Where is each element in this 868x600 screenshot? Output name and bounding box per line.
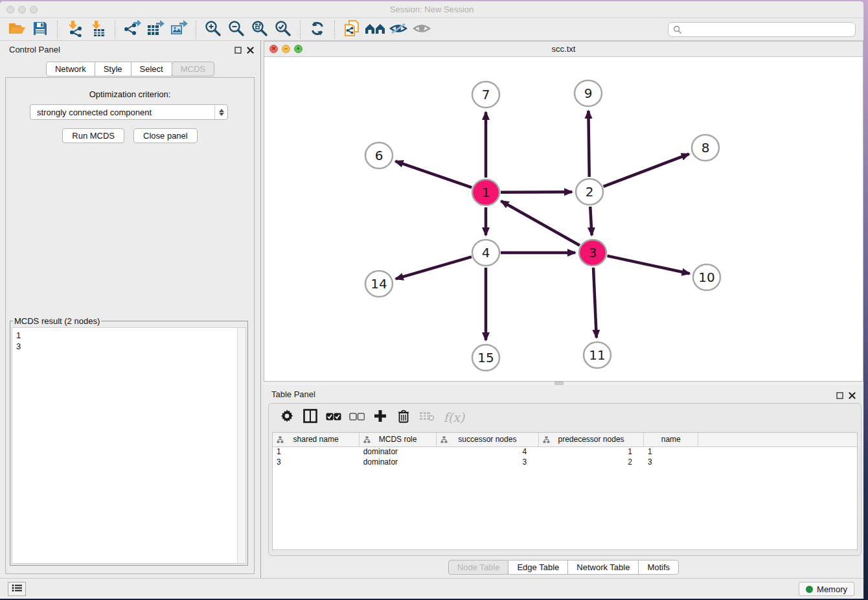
tab-network-table[interactable]: Network Table — [567, 560, 639, 575]
tab-network[interactable]: Network — [46, 62, 95, 76]
task-history-button[interactable] — [8, 582, 26, 596]
first-neighbors-button[interactable] — [363, 20, 387, 40]
window-titlebar[interactable]: Session: New Session — [0, 1, 863, 18]
toggle-column-pane-button[interactable] — [301, 408, 319, 426]
graph-node-8[interactable]: 8 — [692, 135, 719, 161]
float-table-panel-icon[interactable] — [836, 390, 843, 402]
graph-edge-2-9[interactable] — [588, 111, 589, 177]
open-session-button[interactable] — [5, 20, 29, 40]
graph-edge-1-6[interactable] — [396, 161, 472, 188]
import-table-button[interactable] — [86, 20, 109, 40]
graph-node-1[interactable]: 1 — [472, 179, 499, 205]
graph-node-2[interactable]: 2 — [576, 179, 603, 205]
cell-predecessor-nodes[interactable]: 1 — [538, 446, 644, 457]
search-input[interactable] — [668, 22, 856, 37]
export-table-button[interactable] — [144, 20, 167, 40]
cell-mcds-role[interactable]: dominator — [360, 457, 437, 467]
graph-node-label: 4 — [482, 245, 490, 260]
result-scrollbar[interactable] — [237, 328, 246, 563]
mcds-result-list[interactable]: 1 3 — [12, 327, 246, 564]
import-network-button[interactable] — [63, 20, 86, 40]
close-panel-button[interactable]: Close panel — [133, 128, 198, 143]
show-all-button[interactable] — [410, 20, 433, 40]
graph-node-label: 6 — [375, 148, 383, 163]
table-row[interactable]: 1 dominator 4 1 1 — [273, 446, 857, 457]
two-houses-icon — [365, 21, 385, 39]
delete-column-button[interactable] — [394, 408, 413, 426]
cell-shared-name[interactable]: 1 — [273, 446, 360, 457]
zoom-fit-button[interactable] — [248, 20, 271, 40]
cell-successor-nodes[interactable]: 3 — [437, 457, 539, 467]
column-header-predecessor-nodes[interactable]: predecessor nodes — [538, 433, 644, 446]
graph-node-10[interactable]: 10 — [693, 264, 720, 290]
clone-network-button[interactable] — [340, 20, 363, 40]
cell-name[interactable]: 3 — [644, 457, 698, 467]
toolbar-separator — [300, 21, 301, 39]
run-mcds-button[interactable]: Run MCDS — [62, 128, 124, 143]
table-container: f(x) shared name MCDS role successor nod… — [268, 403, 862, 556]
graph-edge-3-11[interactable] — [593, 268, 597, 338]
graph-node-label: 11 — [589, 347, 605, 363]
graph-node-6[interactable]: 6 — [365, 143, 393, 168]
close-panel-icon[interactable] — [247, 45, 254, 56]
export-table-icon — [146, 20, 165, 40]
checked-boxes-icon — [326, 411, 341, 423]
criterion-select[interactable]: strongly connected component — [30, 104, 228, 120]
tab-node-table[interactable]: Node Table — [448, 560, 509, 575]
graph-edge-1-2[interactable] — [501, 192, 572, 192]
graph-node-3[interactable]: 3 — [579, 240, 606, 266]
cell-name[interactable]: 1 — [644, 446, 698, 457]
save-session-button[interactable] — [29, 20, 52, 40]
graph-edge-2-3[interactable] — [590, 207, 591, 235]
zoom-selected-button[interactable] — [271, 20, 295, 40]
cell-shared-name[interactable]: 3 — [273, 457, 360, 467]
export-image-button[interactable] — [167, 20, 190, 40]
apply-layout-button[interactable] — [306, 20, 329, 40]
column-header-shared-name[interactable]: shared name — [273, 433, 360, 446]
toolbar-separator — [115, 21, 115, 39]
export-network-button[interactable] — [120, 20, 144, 40]
column-header-name[interactable]: name — [644, 433, 698, 446]
close-table-panel-icon[interactable] — [849, 390, 856, 402]
float-panel-icon[interactable] — [234, 45, 242, 56]
graph-node-4[interactable]: 4 — [472, 240, 499, 266]
delete-table-button[interactable] — [418, 408, 436, 426]
graph-node-7[interactable]: 7 — [472, 82, 499, 108]
create-column-button[interactable] — [371, 408, 389, 426]
graph-node-15[interactable]: 15 — [472, 345, 499, 371]
cell-predecessor-nodes[interactable]: 2 — [538, 457, 644, 467]
deselect-all-columns-button[interactable] — [348, 408, 366, 426]
cell-mcds-role[interactable]: dominator — [360, 446, 437, 457]
tab-edge-table[interactable]: Edge Table — [508, 560, 568, 575]
zoom-in-button[interactable] — [201, 20, 225, 40]
status-bar: Memory — [0, 578, 863, 599]
memory-button[interactable]: Memory — [799, 582, 854, 596]
criterion-label: Optimization criterion: — [6, 89, 254, 99]
table-settings-button[interactable] — [278, 408, 296, 426]
network-view-titlebar[interactable]: ✕ − + scc.txt — [264, 41, 863, 57]
graph-edge-2-8[interactable] — [604, 154, 689, 187]
column-header-mcds-role[interactable]: MCDS role — [360, 433, 437, 446]
graph-edge-4-14[interactable] — [396, 257, 472, 279]
function-builder-button[interactable]: f(x) — [441, 408, 467, 426]
select-all-columns-button[interactable] — [325, 408, 343, 426]
tab-select[interactable]: Select — [131, 62, 172, 76]
tab-mcds[interactable]: MCDS — [172, 62, 214, 76]
graph-edge-3-1[interactable] — [501, 201, 580, 245]
graph-node-14[interactable]: 14 — [365, 271, 393, 297]
graph-edge-3-10[interactable] — [607, 256, 689, 273]
graph-node-9[interactable]: 9 — [575, 80, 602, 106]
cell-successor-nodes[interactable]: 4 — [437, 446, 539, 457]
node-table[interactable]: shared name MCDS role successor nodes pr… — [272, 432, 858, 550]
graph-node-11[interactable]: 11 — [584, 342, 611, 368]
graph-node-label: 15 — [477, 350, 494, 365]
export-network-icon — [123, 20, 141, 40]
tab-motifs[interactable]: Motifs — [638, 560, 679, 575]
mcds-result-title: MCDS result (2 nodes) — [13, 316, 101, 326]
hide-selected-button[interactable] — [387, 20, 410, 40]
tab-style[interactable]: Style — [95, 62, 131, 76]
column-header-successor-nodes[interactable]: successor nodes — [437, 433, 539, 446]
zoom-out-button[interactable] — [225, 20, 248, 40]
network-canvas[interactable]: 7968124314101511 — [264, 57, 863, 381]
table-row[interactable]: 3 dominator 3 2 3 — [273, 457, 857, 467]
